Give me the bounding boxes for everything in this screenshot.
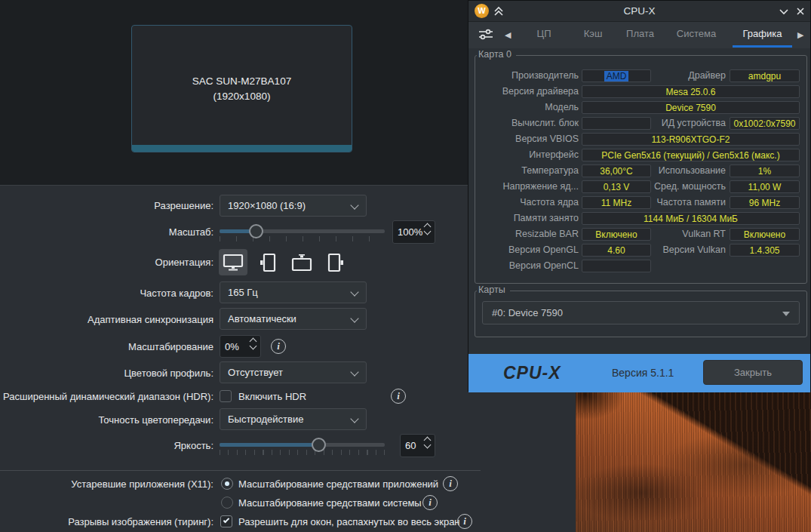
spin-arrows-icon[interactable] <box>425 438 430 447</box>
field-label: Температура <box>475 165 579 177</box>
card0-group-title: Карта 0 <box>477 49 516 60</box>
color-profile-label: Цветовой профиль: <box>0 367 214 379</box>
chevron-down-icon <box>350 367 358 376</box>
field-label: Интерфейс <box>475 149 579 161</box>
tab-graphics[interactable]: Графика <box>733 22 792 46</box>
spin-arrows-icon[interactable] <box>425 224 430 234</box>
cpux-version: Версия 5.1.1 <box>612 367 674 379</box>
color-profile-combo[interactable]: Отсутствует <box>220 361 367 383</box>
gpu-row-vendor-driver: Производитель AMD Драйвер amdgpu <box>475 69 806 82</box>
tearing-checkbox-label[interactable]: Разрешить для окон, распахнутых во весь … <box>238 516 460 527</box>
orientation-landscape-flipped-button[interactable] <box>287 249 316 275</box>
brightness-slider-handle[interactable] <box>312 438 326 452</box>
tab-system[interactable]: Система <box>666 22 727 46</box>
orientation-portrait-right-button[interactable] <box>321 249 350 275</box>
monitor-preview[interactable]: SAC SUN-M27BA107 (1920x1080) <box>131 25 352 152</box>
field-value[interactable]: 113-R906XTGO-F2 <box>582 133 800 146</box>
field-label: Версия Vulkan <box>654 244 726 257</box>
field-value[interactable]: 0,13 V <box>582 180 651 193</box>
field-value[interactable]: 96 MHz <box>730 196 800 209</box>
legacy-apps-radio-system-label[interactable]: Масштабирование средствами системы <box>238 497 422 509</box>
desktop: SAC SUN-M27BA107 (1920x1080) Разрешение:… <box>0 0 811 532</box>
tab-board[interactable]: Плата <box>616 22 665 46</box>
field-value[interactable]: AMD <box>582 69 651 82</box>
field-value[interactable]: Включено <box>730 228 800 241</box>
minimize-chevron-down-icon[interactable] <box>778 5 790 17</box>
chevron-down-icon <box>350 201 358 209</box>
field-value[interactable]: amdgpu <box>730 69 800 82</box>
tearing-checkbox[interactable] <box>220 515 232 527</box>
tab-cpu[interactable]: ЦП <box>521 22 567 46</box>
field-value[interactable]: 1144 МиБ / 16304 МиБ <box>582 212 800 225</box>
field-value[interactable]: 11,00 W <box>730 180 800 193</box>
cards-combo[interactable]: #0: Device 7590 <box>482 301 800 324</box>
field-value[interactable]: Mesa 25.0.6 <box>582 85 800 98</box>
refresh-rate-label: Частота кадров: <box>0 288 214 299</box>
field-value[interactable]: 4.60 <box>582 244 651 257</box>
orientation-portrait-left-button[interactable] <box>253 249 282 275</box>
refresh-rate-combo[interactable]: 165 Гц <box>220 281 367 303</box>
field-value[interactable]: 1% <box>730 165 800 177</box>
gpu-row-opengl-vulkan: Версия OpenGL 4.60 Версия Vulkan 1.4.305 <box>475 244 806 257</box>
legacy-apps-option1-info-icon[interactable]: i <box>443 476 458 491</box>
field-value[interactable]: Device 7590 <box>582 101 800 114</box>
scale-spinbox[interactable]: 100% <box>392 220 435 244</box>
chevron-down-icon <box>350 314 358 322</box>
hdr-checkbox[interactable] <box>220 390 232 402</box>
field-label: Производитель <box>475 69 579 82</box>
tearing-info-icon[interactable]: i <box>457 514 472 529</box>
close-button[interactable]: Закрыть <box>703 360 803 385</box>
gpu-row-rebar-vulkanrt: Resizable BAR Включено Vulkan RT Включен… <box>475 228 806 241</box>
section-divider <box>0 470 481 471</box>
resolution-combo[interactable]: 1920×1080 (16:9) <box>220 195 367 217</box>
field-value[interactable]: 11 MHz <box>582 196 651 209</box>
field-label: Сред. мощность <box>654 180 726 193</box>
legacy-apps-option2-info-icon[interactable]: i <box>422 495 438 510</box>
overscan-info-icon[interactable]: i <box>271 339 286 354</box>
gpu-row-compute-deviceid: Вычислит. блок ИД устройства 0x1002:0x75… <box>475 117 806 130</box>
scale-slider-handle[interactable] <box>249 224 263 238</box>
hdr-checkbox-label[interactable]: Включить HDR <box>238 391 306 402</box>
legacy-apps-radio-applications[interactable] <box>221 478 233 490</box>
gpu-row-opencl: Версия OpenCL <box>475 260 806 272</box>
hdr-info-icon[interactable]: i <box>391 389 406 404</box>
field-label: Напряжение яд... <box>475 180 579 193</box>
orientation-landscape-button[interactable] <box>219 249 247 275</box>
field-label: Vulkan RT <box>654 228 726 241</box>
field-value[interactable]: 1.4.305 <box>730 244 800 257</box>
field-value[interactable]: 0x1002:0x7590 <box>730 117 800 130</box>
cards-groupbox: Карты #0: Device 7590 <box>475 291 807 337</box>
tab-scroll-right-icon[interactable]: ▶ <box>797 29 806 40</box>
brightness-label: Яркость: <box>0 440 214 451</box>
legacy-apps-label: Устаревшие приложения (X11): <box>0 478 214 490</box>
tab-scroll-left-icon[interactable]: ◀ <box>505 29 514 40</box>
field-label: Версия VBIOS <box>475 133 579 146</box>
spin-arrows-icon[interactable] <box>250 339 256 349</box>
pin-chevrons-up-icon[interactable] <box>493 5 505 17</box>
color-accuracy-combo[interactable]: Быстродействие <box>220 408 367 430</box>
cpux-titlebar[interactable]: CPU-X W <box>468 1 810 22</box>
field-value[interactable]: 36,00°C <box>582 165 651 177</box>
overscan-spinbox[interactable]: 0% <box>220 335 261 358</box>
adaptive-sync-combo[interactable]: Автоматически <box>220 308 367 330</box>
settings-sliders-icon[interactable] <box>478 28 494 42</box>
field-value[interactable] <box>582 117 651 130</box>
gpu-row-clocks: Частота ядра 11 MHz Частота памяти 96 MH… <box>475 196 806 209</box>
field-label: Вычислит. блок <box>475 117 579 130</box>
field-value[interactable]: Включено <box>582 228 651 241</box>
brightness-slider-ticks <box>220 450 386 455</box>
legacy-apps-radio-system[interactable] <box>221 497 233 509</box>
field-value[interactable] <box>582 260 651 272</box>
field-label: Частота памяти <box>654 196 726 209</box>
field-label: Частота ядра <box>475 196 579 209</box>
field-value[interactable]: PCIe Gen5x16 (текущий) / Gen5x16 (макс.) <box>582 149 800 161</box>
legacy-apps-radio-applications-label[interactable]: Масштабирование средствами приложений <box>238 478 438 490</box>
tab-cache[interactable]: Кэш <box>570 22 616 46</box>
close-icon[interactable] <box>794 5 806 17</box>
monitor-portrait-left-icon <box>258 253 278 272</box>
field-label: Использование <box>654 165 726 177</box>
monitor-portrait-right-icon <box>326 253 346 272</box>
brightness-spinbox[interactable]: 60 <box>400 434 435 457</box>
cpux-window: CPU-X W ◀ ЦП Кэш Плата Система Графика ▶… <box>468 0 811 392</box>
cards-group-title: Карты <box>477 284 510 295</box>
